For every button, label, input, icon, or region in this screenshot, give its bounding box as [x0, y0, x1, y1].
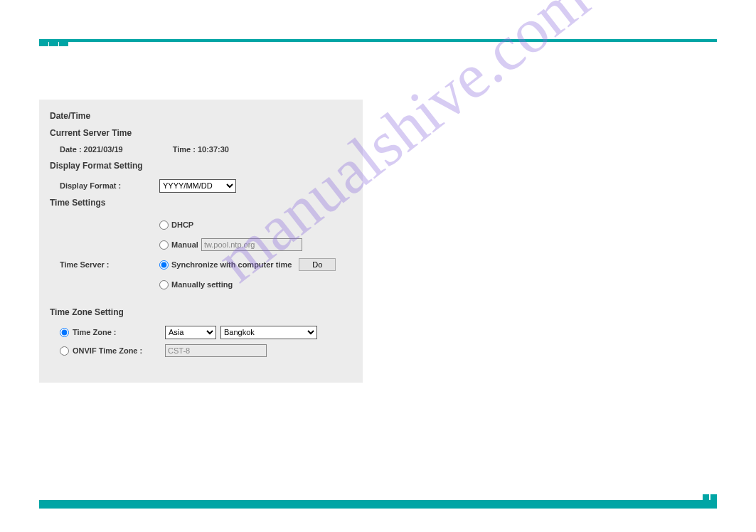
server-time: Time : 10:37:30 — [173, 145, 229, 154]
do-button[interactable]: Do — [299, 258, 336, 271]
onvif-timezone-label: ONVIF Time Zone : — [73, 346, 142, 355]
radio-manually-setting[interactable] — [159, 280, 169, 289]
section-datetime: Date/Time — [50, 111, 352, 121]
region-select[interactable]: Asia — [165, 326, 216, 339]
radio-sync-label: Synchronize with computer time — [171, 260, 292, 269]
radio-dhcp[interactable] — [159, 220, 169, 230]
header-squares — [39, 39, 69, 46]
section-current-server-time: Current Server Time — [50, 128, 352, 138]
time-server-label: Time Server : — [60, 260, 159, 269]
timezone-label: Time Zone : — [73, 328, 117, 336]
header-rule — [39, 39, 717, 42]
radio-manually-label: Manually setting — [171, 280, 233, 289]
display-format-select[interactable]: YYYY/MM/DD — [159, 179, 236, 193]
footer-rule — [39, 500, 717, 509]
onvif-timezone-input[interactable] — [165, 344, 267, 357]
display-format-label: Display Format : — [60, 181, 159, 190]
radio-onvif-timezone[interactable] — [60, 346, 69, 356]
ntp-server-input[interactable] — [201, 238, 302, 251]
radio-timezone[interactable] — [60, 328, 69, 337]
radio-sync[interactable] — [159, 260, 169, 270]
server-date: Date : 2021/03/19 — [60, 145, 123, 154]
datetime-panel: Date/Time Current Server Time Date : 202… — [39, 100, 363, 383]
section-timezone: Time Zone Setting — [50, 307, 352, 317]
city-select[interactable]: Bangkok — [220, 326, 317, 339]
radio-dhcp-label: DHCP — [171, 220, 193, 229]
footer-squares — [703, 494, 717, 509]
radio-manual-label: Manual — [171, 240, 198, 249]
section-display-format: Display Format Setting — [50, 161, 352, 171]
section-time-settings: Time Settings — [50, 198, 352, 208]
radio-manual[interactable] — [159, 240, 169, 250]
